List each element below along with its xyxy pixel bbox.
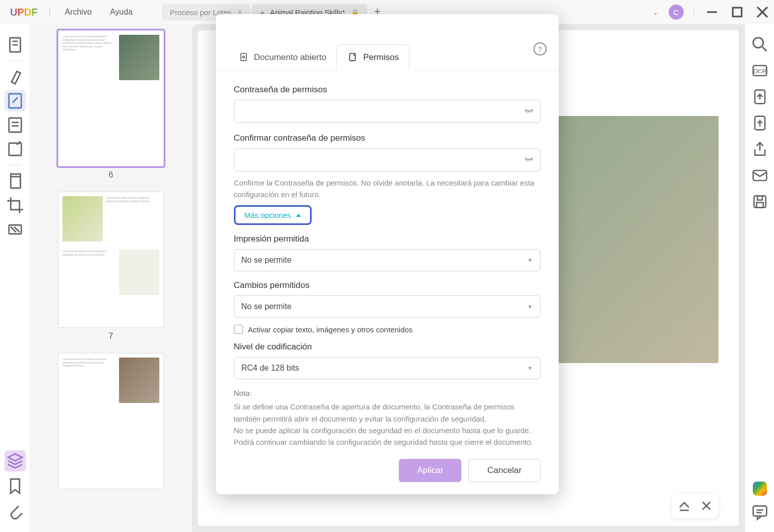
- svg-line-40: [527, 160, 528, 161]
- caret-up-icon: [296, 214, 301, 217]
- svg-line-42: [531, 159, 532, 160]
- confirm-password-label: Confirmar contraseña de permisos: [234, 133, 541, 143]
- copy-checkbox-row[interactable]: Activar copiar texto, imágenes y otros c…: [234, 325, 541, 334]
- confirm-password-input[interactable]: [234, 148, 541, 171]
- tab-permisos[interactable]: Permisos: [336, 44, 409, 71]
- svg-line-36: [527, 111, 528, 113]
- note-section: Nota: Si se define una Contraseña de ape…: [216, 379, 559, 448]
- printing-label: Impresión permitida: [234, 234, 541, 244]
- cancel-button[interactable]: Cancelar: [468, 459, 540, 482]
- caret-down-icon: ▼: [527, 304, 533, 310]
- note-text: Si se define una Contraseña de apertura …: [234, 401, 541, 425]
- modal-overlay: ? Documento abierto Permisos Contraseña …: [0, 0, 774, 532]
- dialog-tabs: Documento abierto Permisos: [216, 44, 559, 71]
- more-options-toggle[interactable]: Más opciones: [234, 205, 312, 225]
- document-icon: [238, 52, 249, 63]
- tab-documento-abierto[interactable]: Documento abierto: [228, 44, 337, 70]
- tab-label: Documento abierto: [254, 52, 327, 63]
- encoding-select[interactable]: RC4 de 128 bits ▼: [234, 357, 541, 379]
- note-text: No se puede aplicar la configuración de …: [234, 425, 541, 448]
- svg-point-33: [243, 56, 245, 58]
- permissions-password-input[interactable]: [234, 100, 541, 123]
- select-value: No se permite: [242, 256, 292, 265]
- checkbox-label: Activar copiar texto, imágenes y otros c…: [248, 325, 413, 334]
- password-label: Contraseña de permisos: [234, 85, 541, 95]
- svg-line-41: [529, 160, 530, 161]
- edit-document-icon: [347, 52, 358, 63]
- svg-line-39: [525, 159, 526, 160]
- svg-rect-32: [241, 53, 246, 61]
- svg-line-35: [525, 110, 526, 112]
- select-value: No se permite: [242, 302, 292, 311]
- eye-closed-icon[interactable]: [523, 105, 534, 119]
- printing-select[interactable]: No se permite ▼: [234, 249, 541, 271]
- note-heading: Nota:: [234, 387, 541, 399]
- eye-closed-icon[interactable]: [523, 153, 534, 167]
- apply-button[interactable]: Aplicar: [399, 459, 461, 482]
- confirm-hint: Confirme la Contraseña de permisos. No o…: [234, 178, 541, 200]
- dialog-body: Contraseña de permisos Confirmar contras…: [216, 71, 559, 379]
- svg-line-37: [529, 111, 530, 113]
- tab-label: Permisos: [363, 52, 399, 63]
- caret-down-icon: ▼: [527, 365, 533, 371]
- svg-line-38: [531, 110, 532, 112]
- permissions-dialog: ? Documento abierto Permisos Contraseña …: [216, 14, 559, 494]
- caret-down-icon: ▼: [527, 257, 533, 263]
- encoding-label: Nivel de codificación: [234, 342, 541, 352]
- changes-select[interactable]: No se permite ▼: [234, 295, 541, 318]
- help-icon[interactable]: ?: [533, 42, 547, 55]
- dialog-footer: Aplicar Cancelar: [216, 448, 559, 482]
- checkbox[interactable]: [234, 325, 243, 334]
- changes-label: Cambios permitidos: [234, 280, 541, 290]
- select-value: RC4 de 128 bits: [242, 364, 300, 373]
- more-options-label: Más opciones: [245, 211, 291, 219]
